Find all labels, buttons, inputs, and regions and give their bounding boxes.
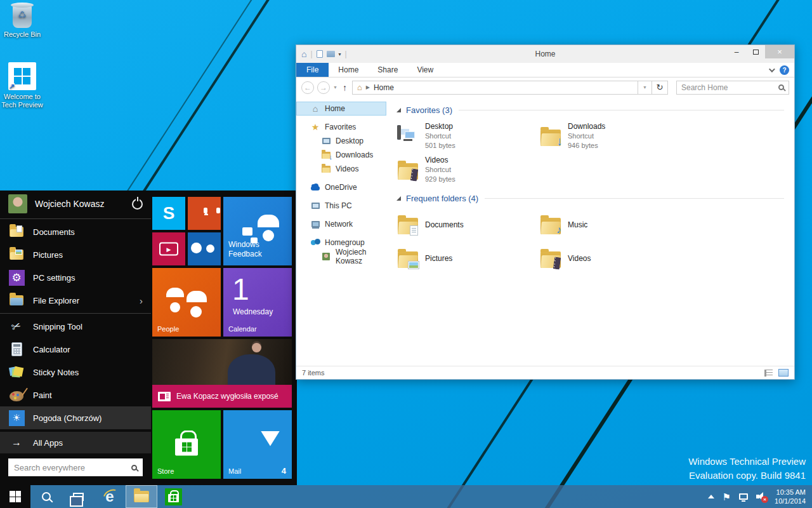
nav-item-home[interactable]: ⌂ Home xyxy=(296,102,386,116)
videos-folder-icon xyxy=(321,164,331,174)
power-icon[interactable] xyxy=(132,199,143,210)
thumbnail-view-icon[interactable] xyxy=(778,369,789,377)
start-item-snipping-tool[interactable]: ✂ Snipping Tool xyxy=(0,315,151,338)
taskbar-store[interactable] xyxy=(157,485,189,508)
task-view-button[interactable] xyxy=(62,485,94,508)
user-avatar[interactable] xyxy=(8,194,27,213)
start-item-sticky-notes[interactable]: Sticky Notes xyxy=(0,361,151,384)
pictures-folder-icon xyxy=(8,246,25,263)
minimize-button[interactable]: – xyxy=(727,45,746,58)
nav-item-user[interactable]: Wojciech Kowasz xyxy=(296,250,386,264)
taskbar-clock[interactable]: 10:35 AM 10/1/2014 xyxy=(775,488,806,505)
group-header-frequent-folders[interactable]: Frequent folders (4) xyxy=(396,194,784,203)
start-item-paint[interactable]: Paint xyxy=(0,384,151,406)
right-arrow-icon: → xyxy=(8,437,25,448)
tab-file[interactable]: File xyxy=(296,63,329,77)
start-menu: Wojciech Kowasz Documents Pictures ⚙ PC … xyxy=(0,190,297,485)
tile-skype[interactable]: S xyxy=(152,197,185,230)
tile-onedrive[interactable] xyxy=(188,232,221,265)
breadcrumb[interactable]: Home xyxy=(374,83,394,92)
explorer-search-input[interactable] xyxy=(681,83,778,92)
explorer-search-box[interactable] xyxy=(676,81,789,95)
user-avatar xyxy=(321,251,331,262)
show-hidden-icons-icon[interactable] xyxy=(708,495,714,498)
start-item-pogoda[interactable]: ☀ Pogoda (Chorzów) xyxy=(0,406,151,429)
tab-share[interactable]: Share xyxy=(368,63,407,77)
file-item-downloads[interactable]: ↓ Downloads Shortcut 946 bytes xyxy=(539,121,682,152)
tile-calendar[interactable]: 1 Wednesday Calendar xyxy=(223,268,292,337)
maximize-button[interactable] xyxy=(746,45,765,58)
breadcrumb-separator-icon: ▶ xyxy=(366,84,370,90)
recent-locations-icon[interactable]: ▼ xyxy=(333,85,337,90)
taskbar-internet-explorer[interactable]: e xyxy=(94,485,126,508)
desktop-icon-recycle-bin[interactable]: ♺ Recycle Bin xyxy=(1,5,43,39)
nav-item-favorites[interactable]: ★ Favorites xyxy=(296,120,386,134)
start-item-pictures[interactable]: Pictures xyxy=(0,243,151,266)
newspaper-icon xyxy=(158,392,171,401)
tab-view[interactable]: View xyxy=(407,63,443,77)
start-search-input[interactable] xyxy=(14,463,131,472)
desktop-icon-label: Recycle Bin xyxy=(1,30,43,39)
desktop-icon-welcome[interactable]: ↗ Welcome to Tech Preview xyxy=(1,62,43,109)
details-view-icon[interactable] xyxy=(764,370,773,377)
shortcut-arrow-icon: ↗ xyxy=(9,83,15,90)
tile-news[interactable]: Ewa Kopacz wygłosiła exposé xyxy=(152,339,292,408)
scissors-icon: ✂ xyxy=(8,318,25,335)
taskbar-search-button[interactable] xyxy=(30,485,62,508)
refresh-icon[interactable]: ↻ xyxy=(652,81,668,95)
search-icon xyxy=(778,84,784,90)
nav-item-this-pc[interactable]: This PC xyxy=(296,199,386,213)
address-dropdown-icon[interactable]: ▼ xyxy=(638,81,652,95)
folder-item-documents[interactable]: Documents xyxy=(396,209,539,241)
nav-item-desktop[interactable]: Desktop xyxy=(296,134,386,148)
clock-time: 10:35 AM xyxy=(775,488,806,497)
start-item-calculator[interactable]: Calculator xyxy=(0,338,151,361)
forward-button[interactable]: → xyxy=(317,81,330,94)
volume-muted-icon[interactable]: × xyxy=(756,492,766,501)
folder-name: Documents xyxy=(425,220,464,230)
tab-home[interactable]: Home xyxy=(329,63,368,77)
start-button[interactable] xyxy=(0,485,30,508)
up-button[interactable]: ↑ xyxy=(343,83,347,93)
qat-customize-icon[interactable]: ▾ xyxy=(339,51,341,57)
title-bar[interactable]: ⌂ | ▾ | Home – × xyxy=(296,45,794,63)
properties-icon[interactable] xyxy=(317,50,323,58)
folder-item-pictures[interactable]: Pictures xyxy=(396,243,539,274)
network-tray-icon[interactable] xyxy=(739,493,748,500)
group-header-favorites[interactable]: Favorites (3) xyxy=(396,105,784,115)
start-item-documents[interactable]: Documents xyxy=(0,220,151,243)
navigation-pane: ⌂ Home ★ Favorites Desktop ↓ Downloads xyxy=(296,98,386,366)
tile-store[interactable]: Store xyxy=(152,410,221,479)
nav-item-downloads[interactable]: ↓ Downloads xyxy=(296,148,386,162)
close-button[interactable]: × xyxy=(765,45,794,58)
folder-item-videos[interactable]: Videos xyxy=(539,243,682,274)
skype-logo: S xyxy=(163,203,175,224)
ribbon-collapse-icon[interactable] xyxy=(769,66,775,72)
start-item-pc-settings[interactable]: ⚙ PC settings xyxy=(0,266,151,289)
tile-video[interactable]: ▶ xyxy=(152,232,185,265)
file-item-desktop[interactable]: Desktop Shortcut 501 bytes xyxy=(396,121,539,152)
music-folder-icon: ♪ xyxy=(539,216,562,234)
start-item-file-explorer[interactable]: File Explorer › xyxy=(0,289,151,312)
tile-mail[interactable]: Mail 4 xyxy=(223,410,292,479)
file-name: Downloads xyxy=(568,122,605,131)
taskbar-file-explorer[interactable] xyxy=(126,485,157,508)
back-button[interactable]: ← xyxy=(301,81,314,94)
action-center-flag-icon[interactable]: ⚑ xyxy=(723,492,731,502)
tile-music[interactable] xyxy=(188,197,221,230)
nav-item-network[interactable]: Network xyxy=(296,217,386,231)
file-item-videos[interactable]: Videos Shortcut 929 bytes xyxy=(396,154,539,186)
start-search-box[interactable] xyxy=(8,458,143,476)
tile-windows-feedback[interactable]: Windows Feedback xyxy=(223,197,292,265)
folder-item-music[interactable]: ♪ Music xyxy=(539,209,682,241)
nav-item-videos[interactable]: Videos xyxy=(296,162,386,176)
all-apps-button[interactable]: → All Apps xyxy=(0,432,151,453)
tile-label: Mail xyxy=(228,467,241,475)
new-folder-icon[interactable] xyxy=(327,51,335,57)
nav-item-onedrive[interactable]: OneDrive xyxy=(296,180,386,194)
news-photo xyxy=(152,339,292,385)
tile-people[interactable]: People xyxy=(152,268,221,337)
address-bar[interactable]: ⌂ ▶ Home xyxy=(352,81,638,95)
user-name[interactable]: Wojciech Kowasz xyxy=(35,199,132,209)
help-icon[interactable]: ? xyxy=(780,65,789,75)
